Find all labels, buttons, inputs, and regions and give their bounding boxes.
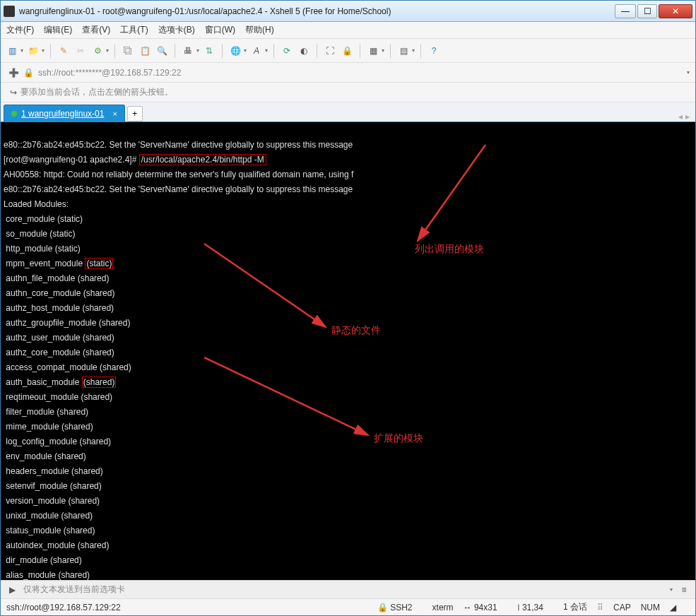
script-icon[interactable]: ◐ <box>297 44 311 58</box>
status-updown-icon: ⠿ <box>597 603 603 612</box>
maximize-button[interactable]: ☐ <box>637 4 657 18</box>
address-dropdown-icon[interactable]: ▾ <box>687 69 690 76</box>
send-menu-icon[interactable]: ≡ <box>677 583 691 597</box>
term-line: log_config_module (shared) <box>4 437 111 446</box>
lock-icon[interactable]: 🔒 <box>340 44 354 58</box>
toolbar: ▥▾ 📁▾ ✎ ✂ ⚙▾ ⿻ 📋 🔍 🖶▾ ⇅ 🌐▾ A▾ ⟳ ◐ ⛶ 🔒 ▦▾… <box>1 39 695 63</box>
globe-icon[interactable]: 🌐 <box>228 44 242 58</box>
term-line: [root@wangruifeng-01 apache2.4]# /usr/lo… <box>4 154 266 165</box>
session-tab[interactable]: 1 wangruifenglinux-01 × <box>4 105 125 122</box>
tile-icon[interactable]: ▤ <box>396 44 411 58</box>
term-line: so_module (static) <box>4 229 75 239</box>
status-ssh: 🔒 SSH2 <box>377 603 423 612</box>
minimize-button[interactable]: — <box>615 4 636 18</box>
status-dot-icon <box>11 111 17 117</box>
tab-close-icon[interactable]: × <box>112 109 117 118</box>
svg-line-0 <box>418 145 485 241</box>
term-line: authz_host_module (shared) <box>4 303 114 313</box>
command-highlight: /usr/local/apache2.4/bin/httpd -M <box>139 154 266 165</box>
tab-next-icon[interactable]: ▸ <box>685 112 690 122</box>
menubar: 文件(F) 编辑(E) 查看(V) 工具(T) 选项卡(B) 窗口(W) 帮助(… <box>1 22 695 39</box>
menu-tools[interactable]: 工具(T) <box>120 24 148 36</box>
lock-small-icon: 🔒 <box>23 68 34 78</box>
addressbar[interactable]: ➕ 🔒 ssh://root:********@192.168.57.129:2… <box>1 63 695 83</box>
send-text: 仅将文本发送到当前选项卡 <box>23 584 125 596</box>
status-num: NUM <box>641 603 660 612</box>
status-term: xterm <box>432 603 454 612</box>
info-text: 要添加当前会话，点击左侧的箭头按钮。 <box>20 86 173 98</box>
term-line: alias_module (shared) <box>4 570 90 580</box>
layout-icon[interactable]: ▦ <box>366 44 380 58</box>
term-line: AH00558: httpd: Could not reliably deter… <box>4 170 353 179</box>
term-line: version_module (shared) <box>4 496 100 506</box>
term-line: http_module (static) <box>4 244 81 254</box>
term-line: filter_module (shared) <box>4 407 88 417</box>
new-session-icon[interactable]: ▥ <box>5 44 19 58</box>
find-icon[interactable]: 🔍 <box>155 44 169 58</box>
disconnect-icon[interactable]: ✂ <box>73 44 88 58</box>
tab-label: 1 wangruifenglinux-01 <box>21 109 104 119</box>
arrow-add-icon[interactable]: ↪ <box>6 85 20 100</box>
term-line: authn_core_module (shared) <box>4 288 114 298</box>
app-window: wangruifenglinux-01 - root@wangruifeng-0… <box>0 0 696 616</box>
term-line: authz_groupfile_module (shared) <box>4 318 130 328</box>
term-line: e80::2b76:ab24:ed45:bc22. Set the 'Serve… <box>4 184 353 194</box>
static-highlight: (static) <box>85 258 113 269</box>
svg-line-2 <box>204 357 368 435</box>
term-line: status_module (shared) <box>4 526 95 535</box>
paste-icon[interactable]: 📋 <box>138 44 152 58</box>
menu-edit[interactable]: 编辑(E) <box>44 24 72 36</box>
menu-help[interactable]: 帮助(H) <box>245 24 274 36</box>
menu-file[interactable]: 文件(F) <box>6 24 34 36</box>
term-line: core_module (static) <box>4 214 83 224</box>
window-title: wangruifenglinux-01 - root@wangruifeng-0… <box>19 6 613 16</box>
fullscreen-icon[interactable]: ⛶ <box>323 44 337 58</box>
term-line: headers_module (shared) <box>4 466 103 476</box>
properties-icon[interactable]: ⚙ <box>90 44 105 58</box>
menu-tabs[interactable]: 选项卡(B) <box>158 24 195 36</box>
term-line: unixd_module (shared) <box>4 511 93 521</box>
copy-icon[interactable]: ⿻ <box>121 44 135 58</box>
font-icon[interactable]: A <box>249 44 264 58</box>
send-dropdown-icon[interactable]: ▾ <box>670 586 673 593</box>
shared-highlight: (shared) <box>82 377 117 388</box>
status-sessions: 1 会话 <box>563 601 587 613</box>
help-icon[interactable]: ? <box>427 44 441 58</box>
term-line: mime_module (shared) <box>4 422 93 432</box>
terminal[interactable]: e80::2b76:ab24:ed45:bc22. Set the 'Serve… <box>1 122 695 580</box>
status-connection: ssh://root@192.168.57.129:22 <box>6 603 121 612</box>
info-bar: ↪ 要添加当前会话，点击左侧的箭头按钮。 <box>1 83 695 102</box>
menu-view[interactable]: 查看(V) <box>82 24 110 36</box>
close-button[interactable]: ✕ <box>659 4 692 18</box>
svg-line-1 <box>204 244 326 327</box>
send-input-icon[interactable]: ▶ <box>5 583 19 597</box>
menu-window[interactable]: 窗口(W) <box>205 24 235 36</box>
tab-bar: 1 wangruifenglinux-01 × + ◂ ▸ <box>1 102 695 122</box>
annotation-label: 静态的文件 <box>331 324 381 338</box>
titlebar[interactable]: wangruifenglinux-01 - root@wangruifeng-0… <box>1 1 695 22</box>
open-folder-icon[interactable]: 📁 <box>26 44 40 58</box>
term-line: authn_file_module (shared) <box>4 273 109 283</box>
term-line: mpm_event_module (static) <box>4 258 113 269</box>
refresh-icon[interactable]: ⟳ <box>280 44 294 58</box>
annotation-label: 列出调用的模块 <box>415 242 484 256</box>
term-line: autoindex_module (shared) <box>4 540 109 550</box>
status-cap: CAP <box>613 603 631 612</box>
resize-grip-icon[interactable]: ◢ <box>670 603 680 612</box>
term-line: Loaded Modules: <box>4 199 69 209</box>
xftp-icon[interactable]: ⇅ <box>202 44 216 58</box>
reconnect-icon[interactable]: ✎ <box>57 44 71 58</box>
term-line: authz_user_module (shared) <box>4 333 114 343</box>
tab-prev-icon[interactable]: ◂ <box>678 112 683 122</box>
add-tab-button[interactable]: + <box>127 106 143 122</box>
annotation-label: 扩展的模块 <box>374 432 423 446</box>
term-line: auth_basic_module (shared) <box>4 377 116 388</box>
term-line: setenvif_module (shared) <box>4 481 102 491</box>
send-bar: ▶ 仅将文本发送到当前选项卡 ▾ ≡ <box>1 580 695 598</box>
add-session-icon[interactable]: ➕ <box>6 66 20 80</box>
statusbar: ssh://root@192.168.57.129:22 🔒 SSH2 xter… <box>1 598 695 615</box>
print-icon[interactable]: 🖶 <box>181 44 195 58</box>
term-line: authz_core_module (shared) <box>4 348 114 357</box>
term-line: dir_module (shared) <box>4 555 82 565</box>
app-icon <box>4 6 15 17</box>
